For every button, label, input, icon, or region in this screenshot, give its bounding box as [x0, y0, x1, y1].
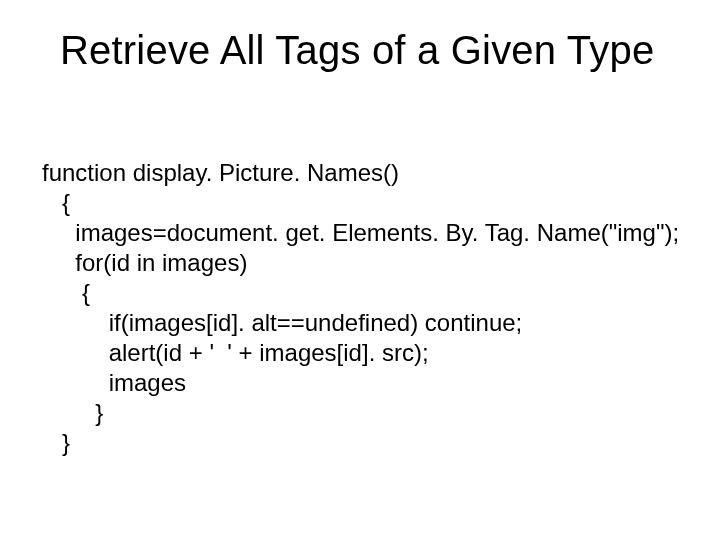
code-line-2: {	[42, 189, 70, 216]
code-line-7: alert(id + ' ' + images[id]. src);	[42, 339, 429, 366]
slide: Retrieve All Tags of a Given Type functi…	[0, 0, 720, 540]
code-line-9: }	[42, 399, 103, 426]
code-line-8: images	[42, 369, 186, 396]
code-line-3c: ("img");	[601, 219, 679, 246]
code-method-call: get. Elements. By. Tag. Name	[285, 219, 600, 246]
code-line-1: function display. Picture. Names()	[42, 159, 399, 186]
code-line-6: if(images[id]. alt==undefined) continue;	[42, 309, 522, 336]
code-block: function display. Picture. Names() { ima…	[42, 128, 679, 488]
code-line-4: for(id in images)	[42, 249, 247, 276]
code-line-5: {	[42, 279, 90, 306]
slide-title: Retrieve All Tags of a Given Type	[60, 28, 680, 73]
code-line-3a: images=document.	[42, 219, 285, 246]
code-line-10: }	[42, 429, 70, 456]
